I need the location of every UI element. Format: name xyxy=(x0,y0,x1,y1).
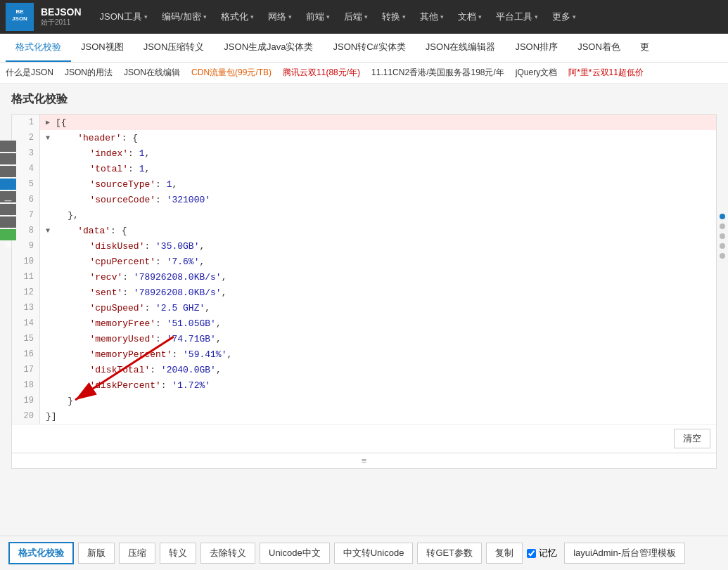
code-token: 'recv' xyxy=(89,272,122,283)
tab-item[interactable]: JSON视图 xyxy=(71,34,134,62)
code-line: 'cpuSpeed': '2.5 GHZ', xyxy=(40,300,716,316)
code-line: 'sourceType': 1, xyxy=(40,176,716,192)
clear-button[interactable]: 清空 xyxy=(674,429,710,448)
sidebar-item-2[interactable]: 秒 xyxy=(0,166,16,177)
code-token: , xyxy=(216,334,222,344)
navbar-item[interactable]: 平台工具 ▾ xyxy=(489,0,545,34)
code-token: 1 xyxy=(167,179,172,190)
code-token: : xyxy=(155,179,167,190)
navbar-item[interactable]: 其他 ▾ xyxy=(413,0,451,34)
code-line: ▶ [{ xyxy=(40,115,716,130)
logo[interactable]: BE JSON BEJSON 始于2011 xyxy=(6,3,82,30)
sidebar-item-5[interactable]: 算 xyxy=(0,204,16,215)
logo-sub: 始于2011 xyxy=(41,18,82,27)
code-token xyxy=(46,287,89,298)
sidebar-item-7[interactable]: 场 xyxy=(0,229,16,240)
code-token xyxy=(46,257,89,267)
code-token: : xyxy=(155,334,167,344)
link-item[interactable]: jQuery文档 xyxy=(516,67,557,79)
link-item[interactable]: 什么是JSON xyxy=(6,67,53,79)
code-token xyxy=(46,241,89,252)
navbar-item[interactable]: 网络 ▾ xyxy=(261,0,299,34)
code-token: 'memoryPercent' xyxy=(89,349,172,360)
link-item[interactable]: CDN流量包(99元/TB) xyxy=(191,67,272,79)
tab-item[interactable]: JSON着色 xyxy=(568,34,630,62)
code-token: [{ xyxy=(56,117,67,128)
line-number: 15 xyxy=(12,331,39,346)
tab-item[interactable]: JSON转C#实体类 xyxy=(323,34,415,62)
code-line: } xyxy=(40,393,716,408)
dot-5 xyxy=(720,253,725,259)
code-line: 'total': 1, xyxy=(40,161,716,176)
code-token: '78926208.0KB/s' xyxy=(134,287,222,298)
navbar-items: JSON工具 ▾编码/加密 ▾格式化 ▾网络 ▾前端 ▾后端 ▾转换 ▾其他 ▾… xyxy=(93,0,583,34)
code-line: 'index': 1, xyxy=(40,145,716,161)
code-token: }] xyxy=(46,411,57,422)
navbar-item[interactable]: 编码/加密 ▾ xyxy=(155,0,214,34)
link-item[interactable]: 腾讯云双11(88元/年) xyxy=(283,67,360,79)
tab-item[interactable]: 更 xyxy=(630,34,659,62)
code-token: , xyxy=(199,241,205,252)
expand-arrow[interactable]: ▶ xyxy=(46,118,54,127)
navbar-item[interactable]: 格式化 ▾ xyxy=(214,0,261,34)
code-token: 'index' xyxy=(89,148,128,159)
sidebar-item-3[interactable]: 云 xyxy=(0,179,16,190)
code-line: 'sourceCode': '321000' xyxy=(40,192,716,207)
code-token: }, xyxy=(46,210,79,221)
code-line: }, xyxy=(40,207,716,223)
page-content: 格式化校验 1234567891011121314151617181920 ▶ … xyxy=(0,84,728,511)
tabs-container: 格式化校验JSON视图JSON压缩转义JSON生成Java实体类JSON转C#实… xyxy=(6,34,659,62)
expand-arrow[interactable]: ▼ xyxy=(46,227,54,235)
code-token: '59.41%' xyxy=(183,349,226,360)
code-token: '74.71GB' xyxy=(167,334,216,344)
link-item[interactable]: 阿*里*云双11超低价 xyxy=(568,67,644,79)
navbar-item[interactable]: 更多 ▾ xyxy=(545,0,583,34)
sidebar-item-0[interactable]: 剩 xyxy=(0,141,16,152)
sidebar-item-6[interactable]: 天 xyxy=(0,216,16,228)
navbar-item[interactable]: 转换 ▾ xyxy=(375,0,413,34)
code-token: , xyxy=(226,349,232,360)
tab-item[interactable]: JSON在线编辑器 xyxy=(416,34,506,62)
code-line: 'diskPercent': '1.72%' xyxy=(40,377,716,393)
code-token: , xyxy=(199,257,205,267)
navbar-item[interactable]: JSON工具 ▾ xyxy=(93,0,155,34)
link-item[interactable]: JSON在线编辑 xyxy=(124,67,180,79)
link-item[interactable]: JSON的用法 xyxy=(65,67,113,79)
code-token: : { xyxy=(110,226,127,236)
code-token: : xyxy=(128,148,139,159)
tabs-primary: 格式化校验JSON视图JSON压缩转义JSON生成Java实体类JSON转C#实… xyxy=(0,34,728,63)
code-token: , xyxy=(205,303,210,313)
code-token: 1 xyxy=(139,164,145,174)
left-sidebar: 剩小时秒云一算天场 xyxy=(0,141,16,242)
dot-1 xyxy=(720,214,725,219)
code-token xyxy=(46,179,89,190)
link-item[interactable]: 11.11CN2香港/美国服务器198元/年 xyxy=(371,67,504,79)
tab-item[interactable]: 格式化校验 xyxy=(6,34,71,62)
line-number: 14 xyxy=(12,316,39,331)
code-token: , xyxy=(144,164,150,174)
expand-arrow[interactable]: ▼ xyxy=(46,134,54,142)
line-number: 13 xyxy=(12,300,39,316)
code-token: '2040.0GB' xyxy=(161,365,216,375)
code-token: , xyxy=(222,287,227,298)
code-token: : { xyxy=(122,133,138,143)
line-number: 16 xyxy=(12,346,39,362)
code-line: 'memoryUsed': '74.71GB', xyxy=(40,331,716,346)
logo-box: BE JSON xyxy=(6,3,34,30)
drag-handle[interactable]: ≡ xyxy=(11,453,717,469)
dot-4 xyxy=(720,243,725,249)
code-lines[interactable]: ▶ [{▼ 'header': { 'index': 1, 'total': 1… xyxy=(40,115,716,424)
line-number: 11 xyxy=(12,269,39,285)
navbar-item[interactable]: 前端 ▾ xyxy=(299,0,337,34)
code-token xyxy=(56,226,77,236)
code-token xyxy=(56,133,77,143)
sidebar-item-1[interactable]: 小时 xyxy=(0,153,16,164)
code-token xyxy=(46,365,89,375)
tab-item[interactable]: JSON压缩转义 xyxy=(134,34,215,62)
sidebar-item-4[interactable]: 一 xyxy=(0,191,16,202)
tab-item[interactable]: JSON排序 xyxy=(505,34,568,62)
navbar-item[interactable]: 后端 ▾ xyxy=(337,0,375,34)
navbar-item[interactable]: 文档 ▾ xyxy=(451,0,489,34)
links-container: 什么是JSONJSON的用法JSON在线编辑CDN流量包(99元/TB)腾讯云双… xyxy=(6,67,644,79)
tab-item[interactable]: JSON生成Java实体类 xyxy=(214,34,323,62)
